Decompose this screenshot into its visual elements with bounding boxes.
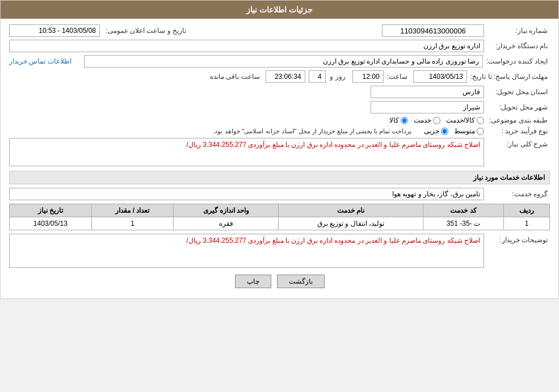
- need-number-value: 1103094613000006: [382, 24, 484, 37]
- deadline-label: مهلت ارسال پاسخ: تا تاریخ:: [470, 73, 550, 81]
- province-label: استان محل تحویل:: [487, 88, 550, 96]
- table-cell-quantity: 1: [91, 217, 174, 230]
- process-radio-group: متوسط جزیی: [424, 127, 484, 135]
- category-option-khedmat: خدمت: [414, 116, 440, 124]
- need-desc-value: اصلاح شبکه روستای ماصرم علیا و الغدیر در…: [9, 138, 484, 166]
- deadline-time-value: 12:00: [352, 70, 384, 83]
- requester-label: ایجاد کننده درخواست:: [486, 57, 550, 65]
- category-radio-kala[interactable]: [401, 117, 408, 124]
- col-header-qty: تعداد / مقدار: [91, 204, 174, 217]
- process-description: پرداخت تمام یا بخشی از مبلغ خریدار از مح…: [213, 128, 411, 135]
- category-label-khedmat: خدمت: [414, 116, 431, 124]
- category-radio-group: کالا/خدمت خدمت کالا: [389, 116, 484, 124]
- city-value: شیراز: [371, 101, 484, 113]
- row-need-desc: شرح کلی نیاز: اصلاح شبکه روستای ماصرم عل…: [9, 138, 550, 166]
- date-label: تاریخ و ساعت اعلان عمومی:: [103, 27, 188, 35]
- page-title: جزئیات اطلاعات نیاز: [246, 5, 313, 14]
- service-group-value: تامین برق، گاز، بخار و تهویه هوا: [9, 188, 484, 200]
- row-category: طبقه بندی موضوعی: کالا/خدمت خدمت کالا: [9, 116, 550, 124]
- table-cell-date: 1403/05/13: [10, 217, 92, 230]
- row-city: شهر محل تحویل: شیراز: [9, 101, 550, 113]
- col-header-code: کد خدمت: [423, 204, 504, 217]
- col-header-date: تاریخ نیاز: [10, 204, 92, 217]
- table-row: 1ت -35- 351تولید، انتقال و توزیع برقفقره…: [10, 217, 550, 230]
- content-area: شماره نیاز: 1103094613000006 تاریخ و ساع…: [1, 19, 558, 298]
- category-option-kala-khedmat: کالا/خدمت: [446, 116, 484, 124]
- need-number-label: شماره نیاز:: [487, 27, 550, 35]
- page-header: جزئیات اطلاعات نیاز: [1, 1, 558, 19]
- row-need-number: شماره نیاز: 1103094613000006 تاریخ و ساع…: [9, 24, 550, 37]
- print-button[interactable]: چاپ: [235, 275, 271, 288]
- province-value: فارس: [371, 86, 484, 98]
- deadline-remaining-label: ساعت باقی مانده: [210, 73, 262, 81]
- category-label-kala: کالا: [389, 116, 399, 124]
- buttons-row: بازگشت چاپ: [9, 275, 550, 288]
- process-radio-motavaset[interactable]: [477, 128, 484, 135]
- row-buyer-org: نام دستگاه خریدار: اداره توزیع برق ارزن: [9, 40, 550, 52]
- deadline-days-label: روز و: [329, 73, 349, 81]
- services-section-title: اطلاعات خدمات مورد نیاز: [9, 171, 550, 184]
- category-radio-kala-khedmat[interactable]: [477, 117, 484, 124]
- category-label: طبقه بندی موضوعی:: [487, 116, 550, 124]
- buyer-notes-label: توضیحات خریدار:: [487, 234, 550, 244]
- requester-contact-link[interactable]: اطلاعات تماس خریدار: [9, 57, 72, 65]
- process-radio-jozii[interactable]: [441, 128, 448, 135]
- service-group-label: گروه خدمت:: [487, 190, 550, 198]
- category-label-kala-khedmat: کالا/خدمت: [446, 116, 475, 124]
- row-requester: ایجاد کننده درخواست: رضا نوروزی زاده مال…: [9, 55, 550, 68]
- process-label-jozii: جزیی: [424, 127, 439, 135]
- col-header-name: نام خدمت: [279, 204, 423, 217]
- need-desc-label: شرح کلی نیاز:: [487, 138, 550, 148]
- row-service-group: گروه خدمت: تامین برق، گاز، بخار و تهویه …: [9, 188, 550, 200]
- deadline-days-value: 4: [309, 70, 326, 83]
- date-value: 1403/05/08 - 10:53: [9, 24, 100, 37]
- buyer-notes-value: اصلاح شبکه روستای ماصرم علیا و الغدیر در…: [9, 234, 484, 268]
- category-radio-khedmat[interactable]: [433, 117, 440, 124]
- table-header-row: ردیف کد خدمت نام خدمت واحد اندازه گیری ت…: [10, 204, 550, 217]
- row-process: نوع فرآیند خرید : متوسط جزیی پرداخت تمام…: [9, 127, 550, 135]
- process-label-motavaset: متوسط: [454, 127, 475, 135]
- col-header-row: ردیف: [504, 204, 550, 217]
- back-button[interactable]: بازگشت: [277, 275, 325, 288]
- buyer-org-value: اداره توزیع برق ارزن: [9, 40, 484, 52]
- col-header-unit: واحد اندازه گیری: [174, 204, 279, 217]
- buyer-org-label: نام دستگاه خریدار:: [487, 42, 550, 50]
- row-deadline: مهلت ارسال پاسخ: تا تاریخ: 1403/05/13 سا…: [9, 70, 550, 83]
- city-label: شهر محل تحویل:: [487, 103, 550, 111]
- process-option-motavaset: متوسط: [454, 127, 484, 135]
- process-option-jozii: جزیی: [424, 127, 448, 135]
- deadline-remaining-value: 23:06:34: [266, 70, 305, 83]
- deadline-date-value: 1403/05/13: [413, 70, 467, 83]
- table-cell-row: 1: [504, 217, 550, 230]
- category-option-kala: کالا: [389, 116, 408, 124]
- table-cell-code: ت -35- 351: [423, 217, 504, 230]
- process-label: نوع فرآیند خرید :: [487, 127, 550, 135]
- row-buyer-notes: توضیحات خریدار: اصلاح شبکه روستای ماصرم …: [9, 234, 550, 268]
- deadline-time-label: ساعت:: [387, 73, 410, 81]
- table-cell-unit: فقره: [174, 217, 279, 230]
- services-table: ردیف کد خدمت نام خدمت واحد اندازه گیری ت…: [9, 204, 550, 230]
- requester-value: رضا نوروزی زاده مالی و حسابداری اداره تو…: [84, 55, 483, 68]
- row-province: استان محل تحویل: فارس: [9, 86, 550, 98]
- main-container: جزئیات اطلاعات نیاز شماره نیاز: 11030946…: [0, 0, 559, 299]
- table-cell-name: تولید، انتقال و توزیع برق: [279, 217, 423, 230]
